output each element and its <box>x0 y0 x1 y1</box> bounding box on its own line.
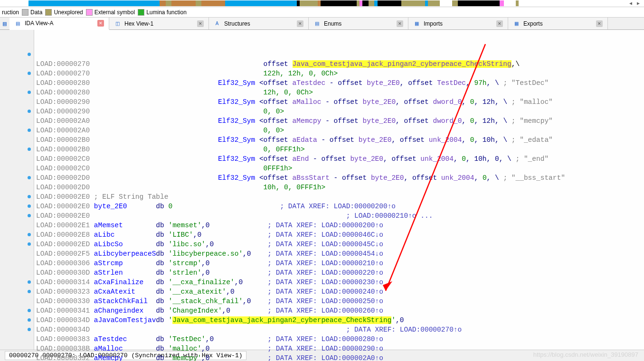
disassembly-view[interactable]: LOAD:00000270 offset Java_com_testjava_j… <box>34 30 644 350</box>
tab-icon: ▦ <box>513 20 520 27</box>
disasm-line[interactable]: LOAD:000002C0 0FFF1h> <box>36 164 644 173</box>
disasm-line[interactable]: LOAD:000002ED aLibcSo db 'libc.so',0 ; D… <box>36 240 644 249</box>
close-icon[interactable]: ✕ <box>197 20 204 27</box>
disasm-line[interactable]: LOAD:000002E0 ; LOAD:00000210↑o ... <box>36 211 644 221</box>
disasm-line[interactable]: LOAD:000002A0 0, 0> <box>36 126 644 135</box>
disasm-line[interactable]: LOAD:00000280 Elf32_Sym <offset aTestdec… <box>36 78 644 88</box>
breakpoint-dot[interactable] <box>28 280 31 284</box>
breakpoint-dot[interactable] <box>28 176 31 179</box>
disasm-line[interactable]: LOAD:000002A0 Elf32_Sym <offset aMemcpy … <box>36 116 644 126</box>
disasm-line[interactable]: LOAD:00000270 offset Java_com_testjava_j… <box>36 59 644 69</box>
close-icon[interactable]: ✕ <box>97 20 104 27</box>
line-gutter[interactable] <box>0 30 34 350</box>
tab-label: Hex View-1 <box>124 20 153 27</box>
tab-icon: ▤ <box>313 20 320 27</box>
disasm-line[interactable]: LOAD:00000306 aStrcmp db 'strcmp',0 ; DA… <box>36 259 644 268</box>
tab-icon: ▦ <box>413 20 420 27</box>
close-icon[interactable]: ✕ <box>297 20 303 27</box>
tab-icon: ◫ <box>114 20 121 27</box>
tab-hex-view-1[interactable]: ◫Hex View-1 ✕ <box>109 18 209 29</box>
close-icon[interactable]: ✕ <box>496 20 503 27</box>
legend-external: External symbol <box>95 9 135 16</box>
breakpoint-dot[interactable] <box>28 318 31 322</box>
tab-label: IDA View-A <box>25 20 53 27</box>
lumina-swatch <box>138 9 144 16</box>
disasm-line[interactable]: LOAD:0000034D ; DATA XREF: LOAD:00000270… <box>36 325 644 334</box>
disasm-line[interactable]: LOAD:00000280 12h, 0, 0Ch> <box>36 88 644 97</box>
nav-next-icon[interactable]: ▶ <box>635 0 641 6</box>
tab-ida-view-a[interactable]: ▤IDA View-A ✕ <box>9 18 109 30</box>
breakpoint-dot[interactable] <box>28 309 31 312</box>
disasm-line[interactable]: LOAD:00000330 aStackChkFail db '__stack_… <box>36 296 644 306</box>
breakpoint-dot[interactable] <box>28 110 31 113</box>
tab-exports[interactable]: ▦Exports ✕ <box>508 18 608 29</box>
tab-structures[interactable]: AStructures ✕ <box>209 18 309 29</box>
legend-instruction: ruction <box>2 9 19 16</box>
breakpoint-dot[interactable] <box>28 242 31 246</box>
disasm-line[interactable]: LOAD:000002E1 aMemset db 'memset',0 ; DA… <box>36 221 644 230</box>
close-icon[interactable]: ✕ <box>596 20 603 27</box>
external-swatch <box>86 9 93 16</box>
disasm-line[interactable]: LOAD:000002E8 aLibc db 'LIBC',0 ; DATA X… <box>36 230 644 240</box>
breakpoint-dot[interactable] <box>28 129 31 132</box>
breakpoint-dot[interactable] <box>28 214 31 217</box>
breakpoint-dot[interactable] <box>28 204 31 208</box>
tab-icon: A <box>214 20 220 27</box>
disasm-line[interactable]: LOAD:00000341 aChangeindex db 'ChangeInd… <box>36 306 644 315</box>
legend-bar: ruction Data Unexplored External symbol … <box>0 7 644 18</box>
disasm-line[interactable]: LOAD:000002D0 10h, 0, 0FFF1h> <box>36 183 644 192</box>
segment-colorstrip[interactable] <box>28 0 625 6</box>
disasm-line[interactable]: LOAD:00000383 aTestdec db 'TestDec',0 ; … <box>36 334 644 344</box>
tab-label: Enums <box>324 20 341 27</box>
disasm-line[interactable]: LOAD:000002E0 ; ELF String Table <box>36 192 644 202</box>
breakpoint-dot[interactable] <box>28 72 31 75</box>
tab-label: Structures <box>224 20 250 27</box>
breakpoint-dot[interactable] <box>28 91 31 94</box>
disasm-line[interactable]: LOAD:00000290 Elf32_Sym <offset aMalloc … <box>36 97 644 107</box>
disasm-line[interactable]: LOAD:00000314 aCxaFinalize db '__cxa_fin… <box>36 278 644 287</box>
tab-icon: ▤ <box>14 20 21 27</box>
nav-prev-icon[interactable]: ◀ <box>628 0 634 6</box>
tab-label: Exports <box>523 20 543 27</box>
dock-icon[interactable]: ▤ <box>0 18 9 29</box>
disasm-line[interactable]: LOAD:000002B0 0, 0FFF1h> <box>36 145 644 154</box>
data-swatch <box>22 9 28 16</box>
navigation-overview-bar[interactable]: ◀ ▶ <box>0 0 644 7</box>
disasm-line[interactable]: LOAD:00000290 0, 0> <box>36 107 644 116</box>
unexplored-swatch <box>45 9 52 16</box>
disasm-line[interactable]: LOAD:00000323 aCxaAtexit db '__cxa_atexi… <box>36 287 644 296</box>
disasm-line[interactable]: LOAD:000002C0 Elf32_Sym <offset aEnd - o… <box>36 154 644 164</box>
disasm-line[interactable]: LOAD:00000392 aMemcpy db 'memcpy',0 ; DA… <box>36 353 644 361</box>
legend-data: Data <box>30 9 42 16</box>
close-icon[interactable]: ✕ <box>397 20 403 27</box>
disasm-line[interactable]: LOAD:000002B0 Elf32_Sym <offset aEdata -… <box>36 135 644 145</box>
breakpoint-dot[interactable] <box>28 53 31 56</box>
tab-imports[interactable]: ▦Imports ✕ <box>408 18 508 29</box>
disasm-line[interactable]: LOAD:00000270 122h, 12h, 0, 0Ch> <box>36 69 644 78</box>
disasm-line[interactable]: LOAD:000002F5 aLibcyberpeaceSdb 'libcybe… <box>36 249 644 259</box>
disasm-line[interactable]: LOAD:000002E0 byte_2E0 db 0 ; DATA XREF:… <box>36 202 644 211</box>
breakpoint-dot[interactable] <box>28 290 31 293</box>
tab-enums[interactable]: ▤Enums ✕ <box>309 18 408 29</box>
view-tabs: ▤ ▤IDA View-A ✕ ◫Hex View-1 ✕ AStructure… <box>0 18 644 30</box>
breakpoint-dot[interactable] <box>28 328 31 331</box>
breakpoint-dot[interactable] <box>28 233 31 236</box>
disasm-line[interactable]: LOAD:0000034D aJavaComTestjavdb 'Java_co… <box>36 315 644 325</box>
breakpoint-dot[interactable] <box>28 195 31 198</box>
legend-lumina: Lumina function <box>146 9 187 16</box>
disasm-line[interactable]: LOAD:0000030D aStrlen db 'strlen',0 ; DA… <box>36 268 644 278</box>
tab-label: Imports <box>424 20 443 27</box>
breakpoint-dot[interactable] <box>28 148 31 151</box>
legend-unexplored: Unexplored <box>54 9 83 16</box>
disasm-line[interactable]: LOAD:000002D0 Elf32_Sym <offset aBssStar… <box>36 173 644 183</box>
disasm-line[interactable]: LOAD:0000038B aMalloc db 'malloc',0 ; DA… <box>36 344 644 353</box>
